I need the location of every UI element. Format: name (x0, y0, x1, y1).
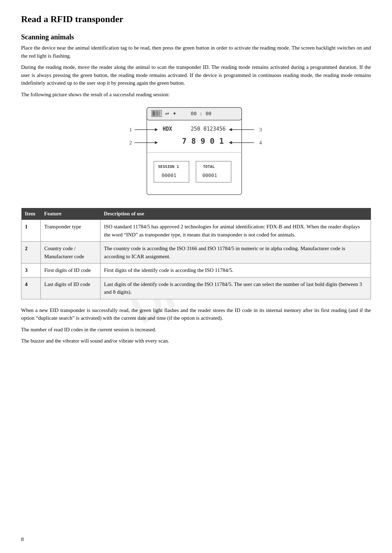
cell-description: First digits of the identify code is acc… (100, 264, 371, 278)
cell-item: 2 (21, 242, 41, 264)
table-header-item: Item (21, 208, 41, 220)
svg-text:4: 4 (259, 140, 262, 145)
cell-item: 3 (21, 264, 41, 278)
table-row: 2 Country code / Manufacturer code The c… (21, 242, 371, 264)
svg-text:SESSION 1: SESSION 1 (158, 164, 179, 169)
table-header-desc: Description of use (100, 208, 371, 220)
cell-feature: First digits of ID code (41, 264, 100, 278)
screen-diagram-container: ⇌ ✦ 00 : 00 HDX 250 0123456 7 8 9 0 1 1 … (21, 107, 371, 198)
svg-text:250  0123456: 250 0123456 (191, 126, 226, 132)
table-row: 3 First digits of ID code First digits o… (21, 264, 371, 278)
svg-text:TOTAL: TOTAL (203, 164, 215, 169)
paragraph-2: During the reading mode, move the reader… (21, 63, 371, 87)
screen-diagram: ⇌ ✦ 00 : 00 HDX 250 0123456 7 8 9 0 1 1 … (115, 107, 277, 198)
section-heading: Scanning animals (21, 33, 371, 41)
table-row: 1 Transponder type ISO standard 11784/5 … (21, 220, 371, 242)
svg-text:00001: 00001 (162, 173, 176, 178)
page-number: 8 (21, 536, 24, 542)
svg-text:⇌: ⇌ (165, 111, 169, 116)
footer-paragraph-1: When a new EID transponder is successful… (21, 306, 371, 322)
footer-section: When a new EID transponder is successful… (21, 306, 371, 345)
paragraph-3: The following picture shows the result o… (21, 91, 371, 99)
paragraph-1: Place the device near the animal identif… (21, 44, 371, 60)
cell-description: Last digits of the identify code is acco… (100, 277, 371, 299)
svg-text:00 : 00: 00 : 00 (191, 111, 211, 116)
table-row: 4 Last digits of ID code Last digits of … (21, 277, 371, 299)
svg-text:00001: 00001 (202, 173, 217, 178)
feature-table: Item Feature Description of use 1 Transp… (21, 208, 371, 299)
cell-description: ISO standard 11784/5 has approved 2 tech… (100, 220, 371, 242)
cell-feature: Country code / Manufacturer code (41, 242, 100, 264)
svg-text:1: 1 (129, 127, 132, 132)
svg-text:✦: ✦ (172, 111, 177, 116)
svg-text:HDX: HDX (163, 126, 172, 132)
footer-paragraph-3: The buzzer and the vibrator will sound a… (21, 337, 371, 345)
svg-text:3: 3 (259, 127, 262, 132)
cell-description: The country code is according the ISO 31… (100, 242, 371, 264)
footer-paragraph-2: The number of read ID codes in the curre… (21, 326, 371, 334)
cell-item: 4 (21, 277, 41, 299)
cell-feature: Last digits of ID code (41, 277, 100, 299)
page-title: Read a RFID transponder (21, 14, 371, 25)
svg-text:2: 2 (129, 140, 132, 145)
svg-text:7 8 9 0 1: 7 8 9 0 1 (182, 137, 224, 145)
cell-item: 1 (21, 220, 41, 242)
table-header-feature: Feature (41, 208, 100, 220)
cell-feature: Transponder type (41, 220, 100, 242)
